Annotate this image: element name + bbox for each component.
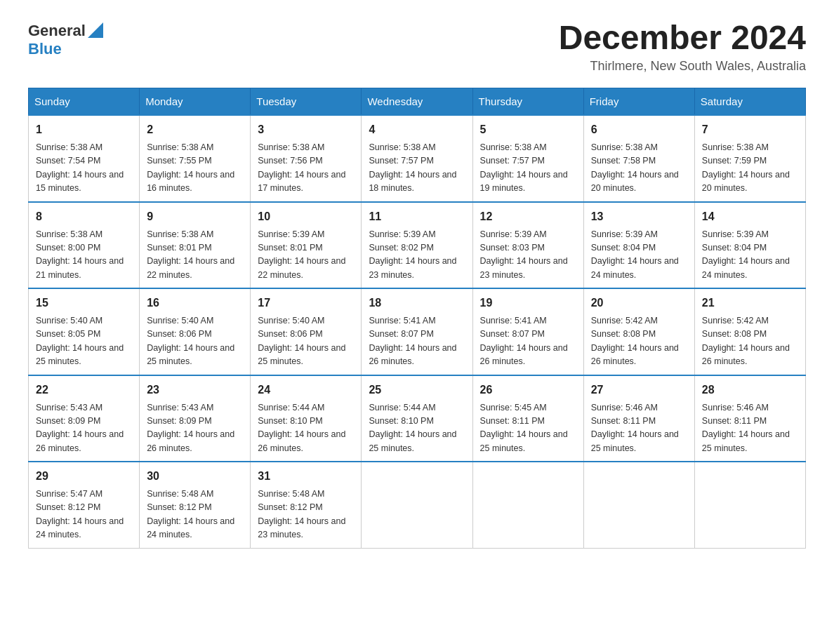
day-number: 12 <box>480 208 576 225</box>
day-number: 27 <box>591 382 687 398</box>
calendar-week-row: 22Sunrise: 5:43 AMSunset: 8:09 PMDayligh… <box>29 375 806 462</box>
day-number: 18 <box>369 295 465 311</box>
day-number: 21 <box>702 295 798 311</box>
calendar-day-11: 11Sunrise: 5:39 AMSunset: 8:02 PMDayligh… <box>362 202 472 289</box>
day-info: Sunrise: 5:41 AMSunset: 8:07 PMDaylight:… <box>369 314 465 369</box>
day-number: 22 <box>36 382 132 398</box>
calendar-day-18: 18Sunrise: 5:41 AMSunset: 8:07 PMDayligh… <box>362 288 472 375</box>
day-number: 8 <box>36 208 132 225</box>
calendar-day-6: 6Sunrise: 5:38 AMSunset: 7:58 PMDaylight… <box>583 115 694 202</box>
calendar-day-10: 10Sunrise: 5:39 AMSunset: 8:01 PMDayligh… <box>251 202 362 289</box>
day-info: Sunrise: 5:44 AMSunset: 8:10 PMDaylight:… <box>369 401 465 456</box>
calendar-empty-cell <box>583 462 694 548</box>
day-number: 11 <box>369 208 465 225</box>
calendar-week-row: 8Sunrise: 5:38 AMSunset: 8:00 PMDaylight… <box>29 202 806 289</box>
day-number: 25 <box>369 382 465 398</box>
day-header-tuesday: Tuesday <box>251 88 362 116</box>
calendar-day-15: 15Sunrise: 5:40 AMSunset: 8:05 PMDayligh… <box>29 288 140 375</box>
day-info: Sunrise: 5:46 AMSunset: 8:11 PMDaylight:… <box>591 401 687 456</box>
day-info: Sunrise: 5:48 AMSunset: 8:12 PMDaylight:… <box>258 488 354 542</box>
svg-marker-0 <box>88 22 103 38</box>
day-header-sunday: Sunday <box>29 88 140 116</box>
calendar-day-22: 22Sunrise: 5:43 AMSunset: 8:09 PMDayligh… <box>29 375 140 462</box>
calendar-day-23: 23Sunrise: 5:43 AMSunset: 8:09 PMDayligh… <box>140 375 251 462</box>
day-info: Sunrise: 5:45 AMSunset: 8:11 PMDaylight:… <box>480 401 576 456</box>
day-info: Sunrise: 5:39 AMSunset: 8:01 PMDaylight:… <box>258 228 354 283</box>
day-info: Sunrise: 5:39 AMSunset: 8:04 PMDaylight:… <box>702 228 798 283</box>
day-number: 19 <box>480 295 576 311</box>
calendar-week-row: 1Sunrise: 5:38 AMSunset: 7:54 PMDaylight… <box>29 115 806 202</box>
day-info: Sunrise: 5:42 AMSunset: 8:08 PMDaylight:… <box>702 314 798 369</box>
calendar-empty-cell <box>694 462 805 548</box>
calendar-header-row: SundayMondayTuesdayWednesdayThursdayFrid… <box>29 88 806 116</box>
day-info: Sunrise: 5:38 AMSunset: 7:57 PMDaylight:… <box>480 141 576 196</box>
month-title: December 2024 <box>559 21 806 55</box>
day-number: 7 <box>702 121 798 138</box>
logo-text2: Blue <box>28 41 103 58</box>
day-number: 31 <box>258 468 354 485</box>
day-number: 2 <box>147 121 243 138</box>
day-number: 15 <box>36 295 132 311</box>
calendar-day-16: 16Sunrise: 5:40 AMSunset: 8:06 PMDayligh… <box>140 288 251 375</box>
day-info: Sunrise: 5:42 AMSunset: 8:08 PMDaylight:… <box>591 314 687 369</box>
day-number: 5 <box>480 121 576 138</box>
calendar-day-3: 3Sunrise: 5:38 AMSunset: 7:56 PMDaylight… <box>251 115 362 202</box>
calendar-week-row: 15Sunrise: 5:40 AMSunset: 8:05 PMDayligh… <box>29 288 806 375</box>
day-info: Sunrise: 5:38 AMSunset: 7:59 PMDaylight:… <box>702 141 798 196</box>
day-info: Sunrise: 5:43 AMSunset: 8:09 PMDaylight:… <box>36 401 132 456</box>
day-header-thursday: Thursday <box>472 88 583 116</box>
calendar-day-29: 29Sunrise: 5:47 AMSunset: 8:12 PMDayligh… <box>29 462 140 548</box>
day-info: Sunrise: 5:38 AMSunset: 7:55 PMDaylight:… <box>147 141 243 196</box>
calendar-empty-cell <box>362 462 472 548</box>
calendar-day-7: 7Sunrise: 5:38 AMSunset: 7:59 PMDaylight… <box>694 115 805 202</box>
day-info: Sunrise: 5:38 AMSunset: 7:58 PMDaylight:… <box>591 141 687 196</box>
title-section: December 2024 Thirlmere, New South Wales… <box>559 21 806 74</box>
day-number: 16 <box>147 295 243 311</box>
day-info: Sunrise: 5:40 AMSunset: 8:05 PMDaylight:… <box>36 314 132 369</box>
day-info: Sunrise: 5:39 AMSunset: 8:04 PMDaylight:… <box>591 228 687 283</box>
calendar-day-13: 13Sunrise: 5:39 AMSunset: 8:04 PMDayligh… <box>583 202 694 289</box>
location-subtitle: Thirlmere, New South Wales, Australia <box>559 59 806 74</box>
day-info: Sunrise: 5:38 AMSunset: 8:01 PMDaylight:… <box>147 228 243 283</box>
day-info: Sunrise: 5:43 AMSunset: 8:09 PMDaylight:… <box>147 401 243 456</box>
day-number: 29 <box>36 468 132 485</box>
logo: General Blue <box>28 21 103 58</box>
day-header-monday: Monday <box>140 88 251 116</box>
day-number: 20 <box>591 295 687 311</box>
calendar-day-14: 14Sunrise: 5:39 AMSunset: 8:04 PMDayligh… <box>694 202 805 289</box>
day-number: 30 <box>147 468 243 485</box>
day-number: 10 <box>258 208 354 225</box>
calendar-day-25: 25Sunrise: 5:44 AMSunset: 8:10 PMDayligh… <box>362 375 472 462</box>
calendar-table: SundayMondayTuesdayWednesdayThursdayFrid… <box>28 88 806 549</box>
logo-icon <box>88 22 103 38</box>
page-header: General Blue December 2024 Thirlmere, Ne… <box>28 21 806 74</box>
day-info: Sunrise: 5:47 AMSunset: 8:12 PMDaylight:… <box>36 488 132 542</box>
day-number: 13 <box>591 208 687 225</box>
day-info: Sunrise: 5:38 AMSunset: 8:00 PMDaylight:… <box>36 228 132 283</box>
calendar-day-28: 28Sunrise: 5:46 AMSunset: 8:11 PMDayligh… <box>694 375 805 462</box>
calendar-day-1: 1Sunrise: 5:38 AMSunset: 7:54 PMDaylight… <box>29 115 140 202</box>
logo-text1: General <box>28 22 86 39</box>
day-info: Sunrise: 5:38 AMSunset: 7:54 PMDaylight:… <box>36 141 132 196</box>
day-info: Sunrise: 5:38 AMSunset: 7:57 PMDaylight:… <box>369 141 465 196</box>
calendar-day-12: 12Sunrise: 5:39 AMSunset: 8:03 PMDayligh… <box>472 202 583 289</box>
calendar-day-24: 24Sunrise: 5:44 AMSunset: 8:10 PMDayligh… <box>251 375 362 462</box>
calendar-day-9: 9Sunrise: 5:38 AMSunset: 8:01 PMDaylight… <box>140 202 251 289</box>
day-number: 17 <box>258 295 354 311</box>
calendar-week-row: 29Sunrise: 5:47 AMSunset: 8:12 PMDayligh… <box>29 462 806 548</box>
day-info: Sunrise: 5:46 AMSunset: 8:11 PMDaylight:… <box>702 401 798 456</box>
day-number: 24 <box>258 382 354 398</box>
calendar-empty-cell <box>472 462 583 548</box>
day-number: 14 <box>702 208 798 225</box>
day-number: 23 <box>147 382 243 398</box>
calendar-day-30: 30Sunrise: 5:48 AMSunset: 8:12 PMDayligh… <box>140 462 251 548</box>
day-info: Sunrise: 5:44 AMSunset: 8:10 PMDaylight:… <box>258 401 354 456</box>
calendar-day-8: 8Sunrise: 5:38 AMSunset: 8:00 PMDaylight… <box>29 202 140 289</box>
calendar-day-4: 4Sunrise: 5:38 AMSunset: 7:57 PMDaylight… <box>362 115 472 202</box>
day-info: Sunrise: 5:39 AMSunset: 8:03 PMDaylight:… <box>480 228 576 283</box>
day-header-wednesday: Wednesday <box>362 88 472 116</box>
day-header-friday: Friday <box>583 88 694 116</box>
day-number: 9 <box>147 208 243 225</box>
day-header-saturday: Saturday <box>694 88 805 116</box>
day-number: 1 <box>36 121 132 138</box>
